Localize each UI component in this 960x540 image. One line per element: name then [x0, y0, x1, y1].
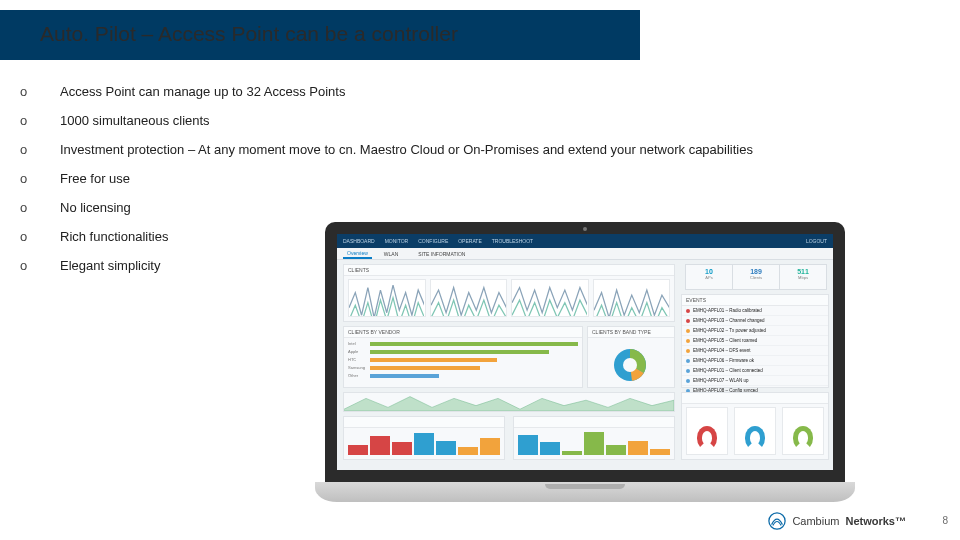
laptop-camera-icon — [583, 227, 587, 231]
status-dot-icon — [686, 349, 690, 353]
bullet-item: oInvestment protection – At any moment m… — [20, 142, 930, 157]
panel-header — [344, 417, 504, 428]
bullet-marker: o — [20, 142, 60, 157]
bullet-marker: o — [20, 229, 60, 244]
hbar-row: Apple — [348, 349, 578, 354]
hbar-bar — [370, 342, 578, 346]
event-text: EMHQ-APFL03 – Channel changed — [693, 318, 765, 323]
event-text: EMHQ-APFL07 – WLAN up — [693, 378, 749, 383]
bar-chart-icon — [348, 431, 500, 455]
hbar-bar — [370, 350, 549, 354]
nav-item: CONFIGURE — [418, 238, 448, 244]
logo-icon — [768, 512, 786, 530]
bullet-text: Investment protection – At any moment mo… — [60, 142, 930, 157]
laptop-lid: DASHBOARD MONITOR CONFIGURE OPERATE TROU… — [325, 222, 845, 482]
svg-point-1 — [623, 358, 637, 372]
bullet-item: oAccess Point can manage up to 32 Access… — [20, 84, 930, 99]
hbar-label: Apple — [348, 349, 366, 354]
hbar-bar — [370, 358, 497, 362]
status-dot-icon — [686, 359, 690, 363]
panel-bottom-left — [343, 416, 505, 460]
bullet-text: 1000 simultaneous clients — [60, 113, 930, 128]
event-text: EMHQ-APFL06 – Firmware ok — [693, 358, 754, 363]
stat-number: 189 — [733, 268, 779, 275]
subtab: WLAN — [380, 250, 402, 258]
event-text: EMHQ-APFL02 – Tx power adjusted — [693, 328, 766, 333]
bar-chart-icon — [518, 431, 670, 455]
nav-item: DASHBOARD — [343, 238, 375, 244]
stat-label: Clients — [733, 275, 779, 280]
status-dot-icon — [686, 339, 690, 343]
hbar-row: HTC — [348, 357, 578, 362]
nav-item: TROUBLESHOOT — [492, 238, 533, 244]
bullet-item: oFree for use — [20, 171, 930, 186]
hbar-label: Intel — [348, 341, 366, 346]
bullet-text: Free for use — [60, 171, 930, 186]
panel-hbars: CLIENTS BY VENDOR IntelAppleHTCSamsungOt… — [343, 326, 583, 388]
panel-bottom-right — [681, 392, 829, 460]
site-info-label: SITE INFORMATION — [418, 251, 465, 257]
status-dot-icon — [686, 319, 690, 323]
panel-events: EVENTS EMHQ-APFL01 – Radio calibratedEMH… — [681, 294, 829, 388]
page-number: 8 — [942, 515, 948, 526]
bullet-item: oNo licensing — [20, 200, 930, 215]
subtab: Overview — [343, 249, 372, 259]
hbar-bar — [370, 366, 480, 370]
gauge-icon — [686, 407, 728, 455]
slide-title: Auto. Pilot – Access Point can be a cont… — [40, 22, 458, 46]
bullet-marker: o — [20, 200, 60, 215]
sparkline — [348, 279, 426, 317]
sparkline — [593, 279, 671, 317]
event-item: EMHQ-APFL06 – Firmware ok — [682, 356, 828, 366]
stat-card: 10APs — [686, 265, 733, 289]
hbar-row: Intel — [348, 341, 578, 346]
panel-pie: CLIENTS BY BAND TYPE — [587, 326, 675, 388]
hbar-row: Other — [348, 373, 578, 378]
dashboard-screen: DASHBOARD MONITOR CONFIGURE OPERATE TROU… — [337, 234, 833, 470]
event-item: EMHQ-APFL03 – Channel changed — [682, 316, 828, 326]
stat-number: 10 — [686, 268, 732, 275]
panel-header: CLIENTS — [344, 265, 674, 276]
panel-header: EVENTS — [682, 295, 828, 306]
gauge-icon — [782, 407, 824, 455]
event-item: EMHQ-APFL07 – WLAN up — [682, 376, 828, 386]
gauge-row — [686, 407, 824, 455]
stat-label: APs — [686, 275, 732, 280]
panel-clients-chart: CLIENTS — [343, 264, 675, 322]
event-item: EMHQ-APFL01 – Radio calibrated — [682, 306, 828, 316]
event-text: EMHQ-APFL01 – Radio calibrated — [693, 308, 762, 313]
panel-header — [682, 393, 828, 404]
brand-logo: Cambium Networks™ — [768, 512, 906, 530]
nav-logout: LOGOUT — [806, 238, 827, 244]
stat-number: 511 — [780, 268, 826, 275]
panel-bottom-mid — [513, 416, 675, 460]
dashboard-topnav: DASHBOARD MONITOR CONFIGURE OPERATE TROU… — [337, 234, 833, 248]
bullet-item: o1000 simultaneous clients — [20, 113, 930, 128]
status-dot-icon — [686, 329, 690, 333]
sparkline — [511, 279, 589, 317]
bullet-text: No licensing — [60, 200, 930, 215]
area-chart-icon — [344, 393, 674, 411]
hbar-label: HTC — [348, 357, 366, 362]
brand-text: Cambium — [792, 515, 839, 527]
gauge-icon — [734, 407, 776, 455]
hbar-list: IntelAppleHTCSamsungOther — [348, 341, 578, 383]
bullet-text: Access Point can manage up to 32 Access … — [60, 84, 930, 99]
slide: Auto. Pilot – Access Point can be a cont… — [0, 0, 960, 540]
event-text: EMHQ-APFL01 – Client connected — [693, 368, 763, 373]
event-item: EMHQ-APFL01 – Client connected — [682, 366, 828, 376]
bullet-marker: o — [20, 171, 60, 186]
dashboard-subtabs: Overview WLAN SITE INFORMATION — [337, 248, 833, 260]
hbar-label: Samsung — [348, 365, 366, 370]
stat-cards: 10APs 189Clients 511Mbps — [685, 264, 827, 290]
hbar-label: Other — [348, 373, 366, 378]
event-text: EMHQ-APFL04 – DFS event — [693, 348, 751, 353]
event-list: EMHQ-APFL01 – Radio calibratedEMHQ-APFL0… — [682, 306, 828, 396]
event-item: EMHQ-APFL02 – Tx power adjusted — [682, 326, 828, 336]
nav-item: MONITOR — [385, 238, 409, 244]
panel-wireless — [343, 392, 675, 412]
panel-header: CLIENTS BY VENDOR — [344, 327, 582, 338]
status-dot-icon — [686, 369, 690, 373]
brand-text-bold: Networks™ — [845, 515, 906, 527]
nav-item: OPERATE — [458, 238, 482, 244]
